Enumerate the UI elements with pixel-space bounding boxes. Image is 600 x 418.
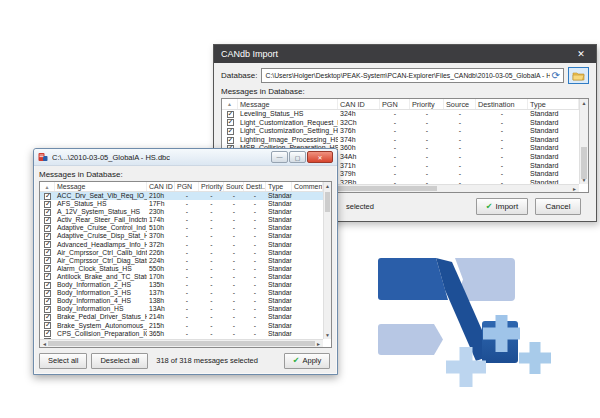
browse-button[interactable] bbox=[568, 67, 589, 84]
scroll-down-icon[interactable]: ▼ bbox=[324, 332, 331, 338]
apply-button[interactable]: ✔ Apply bbox=[284, 353, 330, 369]
row-checkbox-checked[interactable] bbox=[44, 282, 51, 289]
row-checkbox-checked[interactable] bbox=[227, 111, 234, 118]
row-checkbox-checked[interactable] bbox=[44, 225, 51, 232]
sort-arrow-icon[interactable]: ▲ bbox=[222, 99, 238, 109]
column-header-source[interactable]: Source bbox=[444, 99, 476, 109]
table-row[interactable]: Leveling_Status_HS 324h - - - - Standard bbox=[222, 110, 579, 119]
scroll-right-icon[interactable]: ► bbox=[316, 341, 321, 347]
file-dialog-titlebar[interactable]: C:\...\2010-03-05_GlobalA - HS.dbc — ▢ ✕ bbox=[34, 149, 337, 166]
cell-pgn: - bbox=[175, 249, 199, 257]
column-header-source[interactable]: Source bbox=[224, 182, 244, 191]
close-button[interactable]: ✕ bbox=[307, 151, 333, 163]
cell-priority: - bbox=[199, 257, 224, 265]
deselect-all-button[interactable]: Deselect all bbox=[91, 353, 148, 369]
cell-comment bbox=[292, 224, 323, 232]
row-checkbox-checked[interactable] bbox=[44, 257, 51, 264]
select-all-button[interactable]: Select all bbox=[39, 353, 87, 369]
cell-can-id: 135h bbox=[147, 281, 175, 289]
table-row[interactable]: Light_Customization_Request_HS 32Ch - - … bbox=[222, 119, 579, 128]
scrollbar-thumb[interactable] bbox=[581, 147, 587, 179]
column-header-pgn[interactable]: PGN bbox=[175, 182, 199, 191]
row-checkbox-checked[interactable] bbox=[227, 128, 234, 135]
close-icon[interactable]: ✕ bbox=[566, 45, 596, 63]
column-header-destination[interactable]: Destination bbox=[476, 99, 528, 109]
scroll-down-icon[interactable]: ▼ bbox=[580, 177, 588, 183]
row-checkbox-checked[interactable] bbox=[44, 249, 51, 256]
table-row[interactable]: AFS_Status_HS 17Fh - - - - Standard bbox=[40, 200, 323, 208]
column-header-can-id[interactable]: CAN ID bbox=[147, 182, 175, 191]
table-row[interactable]: Body_Information_HS 13Ah - - - - Standar… bbox=[40, 305, 323, 313]
table-row[interactable]: CPS_Collision_Preparation_IO_HS 365h - -… bbox=[40, 330, 323, 338]
column-header-can-id[interactable]: CAN ID bbox=[338, 99, 380, 109]
scroll-up-icon[interactable]: ▲ bbox=[580, 100, 588, 106]
minimize-button[interactable]: — bbox=[271, 151, 288, 163]
table-row[interactable]: Lighting_Image_Processing_HS 374h - - - … bbox=[222, 136, 579, 145]
table-row[interactable]: Air_Cmprssor_Ctrl_Calib_Idnt_HS 226h - -… bbox=[40, 249, 323, 257]
table-row[interactable]: Alarm_Clock_Status_HS 550h - - - - Stand… bbox=[40, 265, 323, 273]
table-row[interactable]: Brake_System_Autonomous_Info... 215h - -… bbox=[40, 322, 323, 330]
column-header-priority[interactable]: Priority bbox=[410, 99, 444, 109]
cell-pgn: - bbox=[175, 313, 199, 321]
table-row[interactable]: Adaptive_Cruise_Disp_Stat_HS 370h - - - … bbox=[40, 232, 323, 240]
table-row[interactable]: Activ_Rear_Steer_Fail_Indctn_HS 174h - -… bbox=[40, 216, 323, 224]
scroll-right-icon[interactable]: ► bbox=[572, 186, 577, 192]
horizontal-scrollbar[interactable]: ◄ ► bbox=[40, 339, 323, 347]
column-header-message[interactable]: Message bbox=[238, 99, 338, 109]
import-dialog-titlebar[interactable]: CANdb Import ✕ bbox=[214, 45, 596, 63]
column-header-comment[interactable]: Comment bbox=[292, 182, 323, 191]
row-checkbox-checked[interactable] bbox=[44, 201, 51, 208]
row-checkbox-checked[interactable] bbox=[44, 330, 51, 337]
column-header-pgn[interactable]: PGN bbox=[380, 99, 410, 109]
cell-source: - bbox=[444, 170, 476, 179]
database-path-field[interactable]: C:\Users\Holger\Desktop\PEAK-System\PCAN… bbox=[261, 68, 564, 83]
maximize-button[interactable]: ▢ bbox=[289, 151, 306, 163]
table-row[interactable]: Antilock_Brake_and_TC_Status_HS 170h - -… bbox=[40, 273, 323, 281]
row-checkbox-checked[interactable] bbox=[44, 217, 51, 224]
row-checkbox-checked[interactable] bbox=[44, 209, 51, 216]
cell-source: - bbox=[224, 265, 244, 273]
column-header-priority[interactable]: Priority bbox=[199, 182, 224, 191]
refresh-icon[interactable]: ⟳ bbox=[552, 71, 560, 81]
scroll-left-icon[interactable]: ◄ bbox=[42, 341, 47, 347]
cancel-button[interactable]: Cancel bbox=[535, 198, 581, 215]
row-checkbox-checked[interactable] bbox=[44, 314, 51, 321]
row-checkbox-checked[interactable] bbox=[44, 306, 51, 313]
table-row[interactable]: Body_Information_2_HS 135h - - - - Stand… bbox=[40, 281, 323, 289]
row-checkbox-checked[interactable] bbox=[227, 137, 234, 144]
table-row[interactable]: Body_Information_3_HS 137h - - - - Stand… bbox=[40, 289, 323, 297]
scrollbar-thumb[interactable] bbox=[48, 341, 315, 346]
cell-comment bbox=[292, 216, 323, 224]
column-header-destination[interactable]: Desti... bbox=[244, 182, 266, 191]
table-row[interactable]: Air_Cmprssor_Ctrl_Diag_Status_HS 224h - … bbox=[40, 257, 323, 265]
table-row[interactable]: Brake_Pedal_Driver_Status_HS 214h - - - … bbox=[40, 313, 323, 321]
row-checkbox-checked[interactable] bbox=[44, 298, 51, 305]
table-row[interactable]: Light_Customization_Setting_HS 376h - - … bbox=[222, 127, 579, 136]
table-row[interactable]: Advanced_Headlamps_Info_HS 372h - - - - … bbox=[40, 241, 323, 249]
column-header-message[interactable]: Message bbox=[55, 182, 147, 191]
row-checkbox-checked[interactable] bbox=[44, 193, 51, 200]
table-row[interactable]: Adaptive_Cruise_Control_Ind_HS 510h - - … bbox=[40, 224, 323, 232]
table-row[interactable]: A_12V_System_Status_HS 230h - - - - Stan… bbox=[40, 208, 323, 216]
column-header-type[interactable]: Type bbox=[266, 182, 292, 191]
deselect-all-label: Deselect all bbox=[100, 356, 139, 365]
import-button[interactable]: ✔ Import bbox=[476, 198, 528, 215]
table-row[interactable]: Body_Information_4_HS 138h - - - - Stand… bbox=[40, 297, 323, 305]
file-table-header[interactable]: ▲ Message CAN ID PGN Priority Source Des… bbox=[40, 182, 323, 192]
row-checkbox-checked[interactable] bbox=[44, 233, 51, 240]
scroll-up-icon[interactable]: ▲ bbox=[324, 183, 331, 189]
row-checkbox-checked[interactable] bbox=[227, 119, 234, 126]
scrollbar-thumb[interactable] bbox=[325, 192, 330, 212]
row-checkbox-checked[interactable] bbox=[44, 322, 51, 329]
column-header-type[interactable]: Type bbox=[528, 99, 579, 109]
import-table-header[interactable]: ▲ Message CAN ID PGN Priority Source Des… bbox=[222, 99, 579, 110]
row-checkbox-checked[interactable] bbox=[44, 290, 51, 297]
vertical-scrollbar[interactable]: ▲ ▼ bbox=[323, 182, 331, 339]
row-checkbox-checked[interactable] bbox=[44, 241, 51, 248]
row-checkbox-checked[interactable] bbox=[44, 265, 51, 272]
table-row[interactable]: ACC_Drv_Seat_Vib_Req_IO_HS 210h - - - - … bbox=[40, 192, 323, 200]
row-checkbox-checked[interactable] bbox=[44, 273, 51, 280]
sort-arrow-icon[interactable]: ▲ bbox=[40, 182, 55, 191]
vertical-scrollbar[interactable]: ▲ ▼ bbox=[579, 99, 588, 184]
cell-destination: - bbox=[244, 208, 266, 216]
